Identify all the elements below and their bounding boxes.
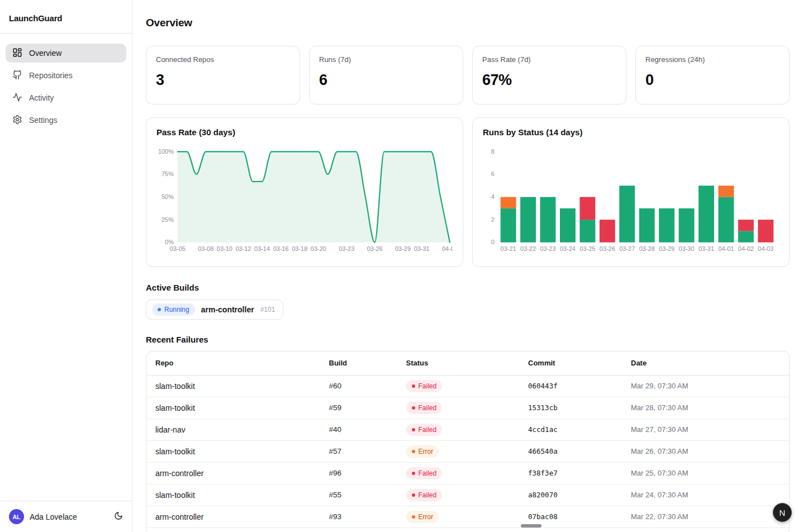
user-name: Ada Lovelace xyxy=(30,512,77,521)
svg-text:75%: 75% xyxy=(161,170,174,177)
build-cell: #40 xyxy=(320,419,397,440)
svg-text:04-03: 04-03 xyxy=(758,245,773,252)
status-dot-icon xyxy=(412,406,415,410)
user-row: AL Ada Lovelace xyxy=(0,501,132,532)
status-cell: Failed xyxy=(397,397,520,419)
status-badge: Failed xyxy=(406,424,443,436)
svg-text:03-26: 03-26 xyxy=(367,245,383,252)
stat-label: Regressions (24h) xyxy=(645,55,780,64)
table-row[interactable]: slam-toolkit #57 Error 466540a Mar 26, 0… xyxy=(146,440,789,462)
column-header-repo: Repo xyxy=(146,352,320,375)
stat-label: Connected Repos xyxy=(156,55,290,64)
nextjs-devtools-button[interactable]: N xyxy=(773,503,792,522)
runs-by-status-bar-chart: 0246803-2103-2203-2303-2403-2503-2603-27… xyxy=(483,142,779,256)
charts-row: Pass Rate (30 days) 0%25%50%75%100%03-05… xyxy=(146,117,790,267)
repo-cell: slam-toolkit xyxy=(146,484,320,506)
commit-cell: 4ccd1ac xyxy=(519,419,622,440)
status-dot-icon xyxy=(412,384,415,388)
svg-text:100%: 100% xyxy=(158,148,174,155)
date-cell: Mar 28, 07:30 AM xyxy=(622,397,789,419)
svg-text:03-31: 03-31 xyxy=(414,245,430,252)
build-number: #101 xyxy=(260,306,275,314)
date-cell: Mar 27, 07:30 AM xyxy=(622,419,789,440)
moon-icon xyxy=(114,511,123,522)
page-title: Overview xyxy=(146,17,790,29)
runs-by-status-chart-card: Runs by Status (14 days) 0246803-2103-22… xyxy=(472,117,790,267)
status-badge: Failed xyxy=(406,489,443,501)
build-cell: #55 xyxy=(320,484,397,506)
status-dot-icon xyxy=(412,515,415,519)
stat-card-connected-repos: Connected Repos 3 xyxy=(146,46,300,104)
status-cell: Error xyxy=(397,440,520,462)
chart-title: Runs by Status (14 days) xyxy=(483,127,779,137)
date-cell: Mar 24, 07:30 AM xyxy=(622,484,789,506)
sidebar-item-label: Activity xyxy=(29,93,54,102)
svg-text:03-12: 03-12 xyxy=(235,245,251,252)
status-cell: Failed xyxy=(397,462,520,484)
active-build-chip[interactable]: Running arm-controller #101 xyxy=(146,300,283,320)
svg-text:03-22: 03-22 xyxy=(520,245,536,252)
table-row[interactable]: slam-toolkit #60 Failed 060443f Mar 29, … xyxy=(146,375,789,397)
app-root: LaunchGuard Overview Repositories Activi… xyxy=(0,0,803,532)
svg-text:03-24: 03-24 xyxy=(560,245,576,252)
table-row[interactable]: slam-toolkit #55 Failed a820070 Mar 24, … xyxy=(146,484,789,506)
stat-value: 3 xyxy=(156,72,290,89)
build-cell: #93 xyxy=(320,506,397,528)
repo-cell: slam-toolkit xyxy=(146,440,320,462)
sidebar-item-activity[interactable]: Activity xyxy=(6,88,126,107)
recent-failures-table-card: Repo Build Status Commit Date slam-toolk… xyxy=(146,351,790,532)
sidebar-item-overview[interactable]: Overview xyxy=(6,44,126,63)
avatar: AL xyxy=(9,509,24,524)
svg-text:04-03: 04-03 xyxy=(442,245,453,252)
status-dot-icon xyxy=(412,428,415,431)
svg-text:03-21: 03-21 xyxy=(501,245,516,252)
table-row[interactable]: arm-controller #93 Error 07bac08 Mar 22,… xyxy=(146,506,789,528)
dashboard-icon xyxy=(12,48,22,59)
dark-mode-toggle[interactable] xyxy=(114,511,123,522)
svg-text:03-23: 03-23 xyxy=(339,245,354,252)
svg-text:03-14: 03-14 xyxy=(254,245,270,252)
status-dot-icon xyxy=(412,493,415,497)
column-header-build: Build xyxy=(320,352,397,375)
stat-value: 6 xyxy=(319,72,453,89)
commit-cell: f38f3e7 xyxy=(519,462,622,484)
build-repo-name: arm-controller xyxy=(201,305,254,314)
status-cell: Failed xyxy=(397,484,520,506)
active-builds-heading: Active Builds xyxy=(146,283,790,293)
svg-text:03-10: 03-10 xyxy=(217,245,232,252)
sidebar: LaunchGuard Overview Repositories Activi… xyxy=(0,0,132,532)
pass-rate-line-chart: 0%25%50%75%100%03-0503-0803-1003-1203-14… xyxy=(156,142,453,256)
build-cell: #59 xyxy=(320,397,397,419)
svg-text:03-26: 03-26 xyxy=(600,245,615,252)
sidebar-item-settings[interactable]: Settings xyxy=(6,111,126,130)
recent-failures-table: Repo Build Status Commit Date slam-toolk… xyxy=(146,352,789,528)
svg-text:03-23: 03-23 xyxy=(540,245,555,252)
svg-text:03-25: 03-25 xyxy=(579,245,595,252)
stat-card-regressions-24h: Regressions (24h) 0 xyxy=(635,46,790,104)
repo-cell: slam-toolkit xyxy=(146,375,320,397)
status-cell: Error xyxy=(397,506,520,528)
status-dot-icon xyxy=(412,472,415,475)
horizontal-scrollbar-thumb[interactable] xyxy=(521,524,541,528)
status-badge: Error xyxy=(406,511,439,523)
column-header-commit: Commit xyxy=(519,352,622,375)
stat-card-runs-7d: Runs (7d) 6 xyxy=(309,46,463,104)
svg-text:04-01: 04-01 xyxy=(718,245,734,252)
stat-label: Runs (7d) xyxy=(319,55,453,64)
build-cell: #57 xyxy=(320,440,397,462)
table-row[interactable]: arm-controller #96 Failed f38f3e7 Mar 25… xyxy=(146,462,789,484)
commit-cell: 15313cb xyxy=(519,397,622,419)
table-row[interactable]: slam-toolkit #59 Failed 15313cb Mar 28, … xyxy=(146,397,789,419)
sidebar-item-repositories[interactable]: Repositories xyxy=(6,66,126,85)
svg-text:2: 2 xyxy=(491,216,495,223)
commit-cell: 466540a xyxy=(519,440,622,462)
date-cell: Mar 25, 07:30 AM xyxy=(622,462,789,484)
table-row[interactable]: lidar-nav #40 Failed 4ccd1ac Mar 27, 07:… xyxy=(146,419,789,440)
status-cell: Failed xyxy=(397,375,520,397)
github-icon xyxy=(12,70,22,82)
running-status-label: Running xyxy=(164,306,189,314)
svg-text:03-29: 03-29 xyxy=(659,245,674,252)
svg-text:03-05: 03-05 xyxy=(170,245,186,252)
repo-cell: lidar-nav xyxy=(146,419,320,440)
activity-icon xyxy=(12,92,22,104)
